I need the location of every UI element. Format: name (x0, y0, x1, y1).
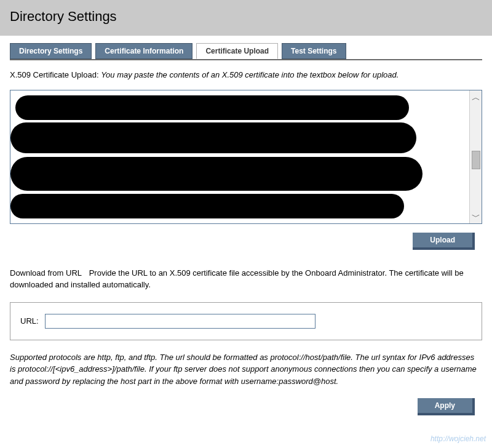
textarea-scrollbar[interactable]: ︿ ﹀ (469, 90, 482, 223)
tab-certificate-upload[interactable]: Certificate Upload (196, 43, 278, 59)
upload-desc: You may paste the contents of an X.509 c… (101, 70, 399, 79)
tab-certificate-information[interactable]: Certificate Information (95, 43, 192, 59)
watermark: http://wojcieh.net (430, 434, 486, 443)
header-bar: Directory Settings (0, 0, 492, 36)
content-area: Directory Settings Certificate Informati… (0, 36, 492, 423)
cert-textarea[interactable] (10, 90, 469, 223)
url-input[interactable] (45, 314, 315, 329)
protocols-note: Supported protocols are http, ftp, and t… (10, 351, 482, 388)
upload-lead: X.509 Certificate Upload: (10, 70, 99, 79)
apply-button-row: Apply (10, 398, 482, 415)
download-lead: Download from URL (10, 268, 82, 278)
tabs: Directory Settings Certificate Informati… (10, 43, 482, 59)
upload-button-row: Upload (10, 233, 482, 250)
scroll-down-icon[interactable]: ﹀ (472, 212, 480, 221)
download-section-label: Download from URL Provide the URL to an … (10, 267, 482, 291)
apply-button[interactable]: Apply (418, 398, 475, 415)
tab-directory-settings[interactable]: Directory Settings (10, 43, 92, 59)
page-title: Directory Settings (10, 9, 482, 25)
scroll-thumb[interactable] (472, 151, 480, 169)
upload-button[interactable]: Upload (413, 233, 475, 250)
url-label: URL: (20, 316, 39, 326)
tab-test-settings[interactable]: Test Settings (282, 43, 346, 59)
cert-textarea-container: ︿ ﹀ (10, 90, 482, 224)
scroll-up-icon[interactable]: ︿ (472, 93, 480, 102)
url-box: URL: (10, 302, 482, 340)
upload-section-label: X.509 Certificate Upload: You may paste … (10, 69, 482, 81)
tabs-container: Directory Settings Certificate Informati… (10, 43, 482, 60)
